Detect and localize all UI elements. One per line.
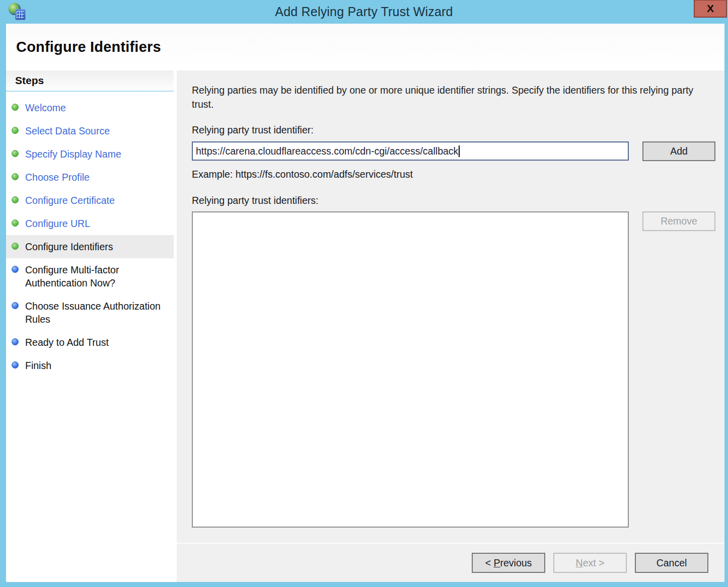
- step-label: Choose Profile: [25, 171, 90, 184]
- step-status-icon: [12, 302, 19, 309]
- remove-button[interactable]: Remove: [642, 211, 715, 231]
- step-status-icon: [12, 127, 19, 134]
- page-header: Configure Identifiers: [6, 24, 724, 70]
- step-status-icon: [12, 150, 19, 157]
- step-label: Configure Certificate: [25, 194, 115, 207]
- sidebar-step-choose-issuance-authorization-rules: Choose Issuance Authorization Rules: [6, 295, 174, 331]
- sidebar-step-ready-to-add-trust: Ready to Add Trust: [6, 331, 174, 354]
- identifier-field-label: Relying party trust identifier:: [192, 124, 724, 136]
- text-caret: [459, 145, 460, 157]
- previous-button[interactable]: < Previous: [472, 553, 545, 573]
- steps-sidebar: Steps WelcomeSelect Data SourceSpecify D…: [6, 70, 177, 582]
- window-body: Configure Identifiers Steps WelcomeSelec…: [6, 24, 724, 582]
- identifiers-listbox[interactable]: [192, 211, 629, 528]
- close-icon: X: [707, 3, 714, 15]
- sidebar-step-configure-url[interactable]: Configure URL: [6, 212, 174, 235]
- main-panel: Relying parties may be identified by one…: [177, 70, 724, 543]
- step-label: Choose Issuance Authorization Rules: [25, 300, 172, 326]
- step-status-icon: [12, 338, 19, 345]
- sidebar-step-choose-profile[interactable]: Choose Profile: [6, 166, 174, 189]
- sidebar-step-finish: Finish: [6, 354, 174, 377]
- cancel-button[interactable]: Cancel: [635, 553, 708, 573]
- identifier-input[interactable]: https://carena.cloudflareaccess.com/cdn-…: [192, 141, 629, 161]
- sidebar-step-configure-identifiers[interactable]: Configure Identifiers: [6, 235, 174, 258]
- page-title: Configure Identifiers: [16, 39, 161, 55]
- step-status-icon: [12, 196, 19, 203]
- next-button[interactable]: Next >: [553, 553, 627, 573]
- step-status-icon: [12, 361, 19, 369]
- example-text: Example: https://fs.contoso.com/adfs/ser…: [192, 169, 724, 180]
- step-label: Configure Multi-factor Authentication No…: [25, 263, 172, 289]
- step-label: Ready to Add Trust: [25, 336, 109, 349]
- close-button[interactable]: X: [694, 0, 727, 18]
- sidebar-step-welcome[interactable]: Welcome: [6, 96, 174, 119]
- identifiers-list-label: Relying party trust identifiers:: [192, 195, 724, 206]
- sidebar-step-specify-display-name[interactable]: Specify Display Name: [6, 142, 174, 166]
- step-label: Configure Identifiers: [25, 240, 113, 253]
- step-label: Select Data Source: [25, 124, 110, 137]
- add-button[interactable]: Add: [642, 141, 715, 161]
- step-status-icon: [12, 104, 19, 111]
- step-label: Welcome: [25, 101, 66, 114]
- identifier-input-value: https://carena.cloudflareaccess.com/cdn-…: [196, 145, 458, 157]
- sidebar-step-configure-multi-factor-authentication-now: Configure Multi-factor Authentication No…: [6, 258, 174, 295]
- steps-list: WelcomeSelect Data SourceSpecify Display…: [6, 92, 174, 377]
- step-label: Configure URL: [25, 217, 90, 230]
- wizard-window: Add Relying Party Trust Wizard X Configu…: [0, 0, 728, 587]
- step-status-icon: [12, 243, 19, 250]
- main-column: Relying parties may be identified by one…: [177, 70, 724, 582]
- titlebar: Add Relying Party Trust Wizard X: [0, 0, 728, 24]
- wizard-footer: < Previous Next > Cancel: [177, 543, 724, 582]
- step-status-icon: [12, 173, 19, 180]
- step-status-icon: [12, 219, 19, 227]
- step-status-icon: [12, 266, 19, 273]
- steps-heading: Steps: [6, 70, 174, 92]
- window-title: Add Relying Party Trust Wizard: [0, 0, 728, 24]
- sidebar-step-configure-certificate[interactable]: Configure Certificate: [6, 189, 174, 212]
- step-label: Finish: [25, 359, 51, 372]
- step-label: Specify Display Name: [25, 148, 121, 161]
- sidebar-step-select-data-source[interactable]: Select Data Source: [6, 119, 174, 142]
- page-description: Relying parties may be identified by one…: [192, 83, 713, 111]
